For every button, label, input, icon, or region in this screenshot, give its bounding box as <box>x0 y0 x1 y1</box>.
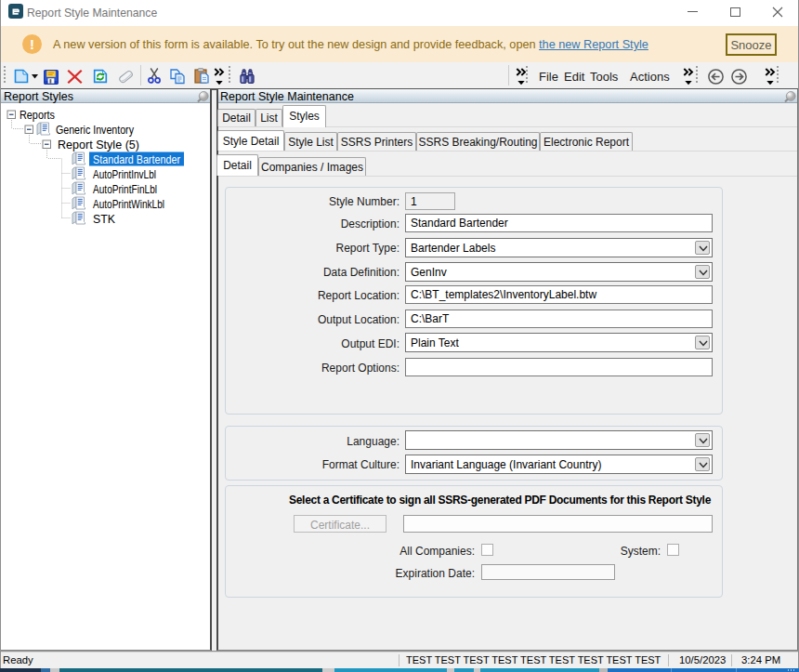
svg-text:Reports: Reports <box>20 109 55 122</box>
svg-text:Generic Inventory: Generic Inventory <box>56 124 135 137</box>
svg-text:Report Style (5): Report Style (5) <box>58 138 139 152</box>
svg-text:AutoPrintWinkLbl: AutoPrintWinkLbl <box>93 198 164 211</box>
svg-text:Standard Bartender: Standard Bartender <box>93 153 180 166</box>
svg-text:AutoPrintInvLbl: AutoPrintInvLbl <box>93 168 156 181</box>
svg-text:AutoPrintFinLbl: AutoPrintFinLbl <box>93 183 157 196</box>
svg-text:STK: STK <box>93 213 116 226</box>
